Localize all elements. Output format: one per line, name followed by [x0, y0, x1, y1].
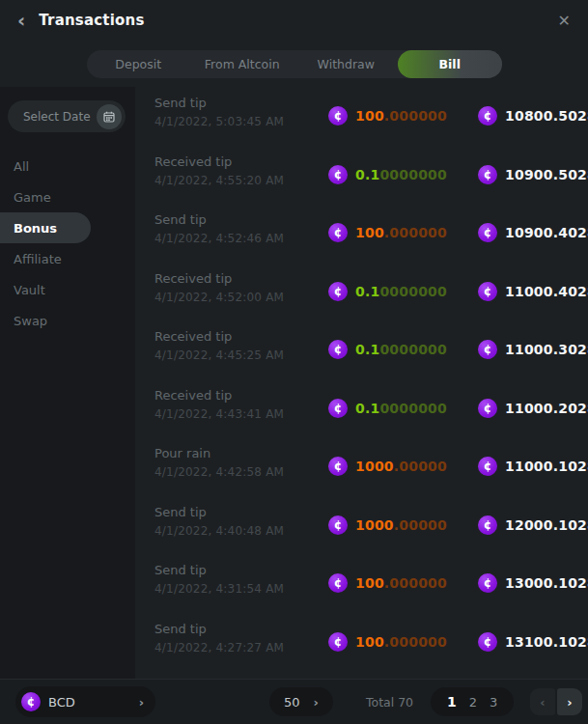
transaction-info: Send tip 4/1/2022, 4:31:54 AM — [135, 554, 328, 596]
sidebar-item-bonus[interactable]: Bonus — [0, 212, 91, 243]
transaction-balance: ¢ 10900.5028 — [478, 165, 588, 184]
amount-significant: 100 — [355, 108, 384, 124]
sidebar-item-vault[interactable]: Vault — [0, 274, 135, 305]
transaction-amount: ¢ 0.10000000 — [328, 340, 478, 359]
amount-trailing-zeros: .000000 — [384, 634, 447, 650]
page-title: Transactions — [39, 12, 144, 29]
tab-deposit[interactable]: Deposit — [87, 50, 191, 78]
amount-significant: 0.1 — [355, 284, 379, 299]
amount-trailing-zeros: .000000 — [384, 575, 447, 591]
bcd-coin-icon: ¢ — [328, 573, 348, 593]
bcd-coin-icon: ¢ — [478, 573, 497, 593]
transaction-info: Send tip 4/1/2022, 4:27:27 AM — [135, 613, 328, 654]
transaction-type: Send tip — [154, 212, 328, 227]
tab-withdraw[interactable]: Withdraw — [294, 50, 399, 78]
transaction-info: Send tip 4/1/2022, 4:52:46 AM — [135, 204, 328, 245]
sidebar-item-all[interactable]: All — [0, 151, 135, 181]
transaction-type: Received tip — [154, 271, 328, 286]
amount-significant: 1000 — [355, 517, 394, 533]
transaction-balance: ¢ 11000.4028 — [478, 282, 588, 301]
amount-significant: 1000 — [355, 459, 394, 474]
amount-significant: 100 — [355, 634, 384, 650]
bcd-coin-icon: ¢ — [328, 223, 348, 242]
transaction-amount: ¢ 100.000000 — [328, 573, 478, 593]
page-size-value: 50 — [284, 695, 300, 710]
footer-bar: ¢ BCD › 50 › Total 70 1 2 3 ‹ › — [0, 679, 588, 724]
balance-value: 10900.5028 — [505, 167, 588, 182]
amount-trailing-zeros: 0000000 — [379, 284, 447, 299]
page-size-selector[interactable]: 50 › — [269, 687, 333, 716]
bcd-coin-icon: ¢ — [21, 692, 41, 711]
select-date-label: Select Date — [23, 110, 97, 124]
back-icon[interactable]: ‹ — [17, 11, 25, 30]
transaction-datetime: 4/1/2022, 4:52:46 AM — [154, 232, 328, 245]
balance-value: 11000.3028 — [505, 342, 588, 357]
amount-trailing-zeros: 0000000 — [379, 167, 447, 182]
balance-value: 10800.5028 — [505, 108, 588, 124]
close-icon[interactable]: ✕ — [558, 12, 571, 30]
bcd-coin-icon: ¢ — [478, 165, 497, 184]
amount-trailing-zeros: 0000000 — [379, 401, 447, 416]
tab-bill[interactable]: Bill — [398, 50, 502, 78]
transaction-datetime: 4/1/2022, 4:31:54 AM — [154, 582, 328, 596]
sidebar-item-swap[interactable]: Swap — [0, 305, 135, 336]
transaction-balance: ¢ 13100.1028 — [478, 632, 588, 652]
content: Select Date All Game Bonus Affiliate Vau… — [0, 87, 588, 679]
sidebar-item-affiliate[interactable]: Affiliate — [0, 243, 135, 274]
transaction-balance: ¢ 13000.1028 — [478, 573, 588, 593]
bcd-coin-icon: ¢ — [328, 632, 348, 652]
bcd-coin-icon: ¢ — [328, 165, 348, 184]
next-page-icon[interactable]: › — [557, 688, 582, 715]
transaction-datetime: 4/1/2022, 4:55:20 AM — [154, 174, 328, 187]
page-button-3[interactable]: 3 — [490, 695, 497, 710]
table-row: Send tip 4/1/2022, 4:52:46 AM ¢ 100.0000… — [135, 204, 588, 263]
page-button-1[interactable]: 1 — [447, 694, 457, 710]
bcd-coin-icon: ¢ — [328, 399, 348, 418]
amount-significant: 100 — [355, 225, 384, 240]
transaction-type: Send tip — [154, 505, 328, 519]
prev-page-icon[interactable]: ‹ — [530, 688, 555, 715]
table-row: Received tip 4/1/2022, 4:55:20 AM ¢ 0.10… — [135, 146, 588, 205]
amount-trailing-zeros: .00000 — [394, 459, 447, 474]
transaction-list: Send tip 4/1/2022, 5:03:45 AM ¢ 100.0000… — [135, 87, 588, 679]
transaction-type: Send tip — [154, 96, 328, 110]
transaction-datetime: 4/1/2022, 4:27:27 AM — [154, 641, 328, 654]
sidebar-menu: All Game Bonus Affiliate Vault Swap — [0, 151, 135, 336]
currency-selector[interactable]: ¢ BCD › — [15, 686, 155, 717]
balance-value: 10900.4028 — [505, 225, 588, 240]
transaction-amount: ¢ 100.000000 — [328, 632, 478, 652]
table-row: Send tip 4/1/2022, 4:31:54 AM ¢ 100.0000… — [135, 554, 588, 613]
bcd-coin-icon: ¢ — [478, 340, 497, 359]
transaction-amount: ¢ 100.000000 — [328, 106, 478, 125]
table-row: Received tip 4/1/2022, 4:43:41 AM ¢ 0.10… — [135, 379, 588, 438]
table-row: Send tip 4/1/2022, 4:40:48 AM ¢ 1000.000… — [135, 496, 588, 555]
transaction-amount: ¢ 0.10000000 — [328, 165, 478, 184]
transaction-type: Send tip — [154, 563, 328, 577]
bcd-coin-icon: ¢ — [478, 106, 497, 125]
bcd-coin-icon: ¢ — [328, 515, 348, 535]
balance-value: 12000.1028 — [505, 517, 588, 533]
amount-trailing-zeros: .000000 — [384, 225, 447, 240]
balance-value: 13000.1028 — [505, 575, 588, 591]
total-count-label: Total 70 — [366, 695, 413, 710]
tab-from-altcoin[interactable]: From Altcoin — [190, 50, 294, 78]
transaction-amount: ¢ 0.10000000 — [328, 399, 478, 418]
transaction-datetime: 4/1/2022, 4:43:41 AM — [154, 407, 328, 421]
balance-value: 11000.4028 — [505, 284, 588, 299]
transaction-balance: ¢ 11000.3028 — [478, 340, 588, 359]
page-button-2[interactable]: 2 — [469, 695, 477, 710]
balance-value: 13100.1028 — [505, 634, 588, 650]
amount-significant: 0.1 — [355, 342, 379, 357]
transaction-datetime: 4/1/2022, 4:42:58 AM — [154, 465, 328, 479]
select-date-button[interactable]: Select Date — [8, 100, 126, 132]
bcd-coin-icon: ¢ — [328, 340, 348, 359]
bcd-coin-icon: ¢ — [328, 457, 348, 476]
transaction-balance: ¢ 10800.5028 — [478, 106, 588, 125]
bcd-coin-icon: ¢ — [478, 515, 497, 535]
transaction-type: Received tip — [154, 388, 328, 403]
sidebar-item-game[interactable]: Game — [0, 181, 135, 212]
table-row: Send tip 4/1/2022, 5:03:45 AM ¢ 100.0000… — [135, 87, 588, 146]
transaction-info: Received tip 4/1/2022, 4:43:41 AM — [135, 379, 328, 421]
transaction-amount: ¢ 100.000000 — [328, 223, 478, 242]
balance-value: 11000.2028 — [505, 401, 588, 416]
